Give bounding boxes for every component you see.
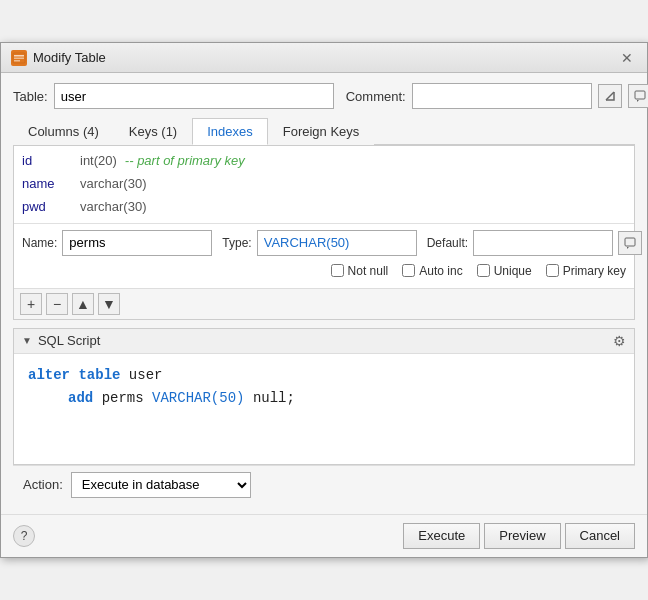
svg-rect-2 bbox=[14, 57, 24, 59]
modify-table-dialog: Modify Table ✕ Table: Comment: bbox=[0, 42, 648, 557]
table-row[interactable]: id int(20) -- part of primary key bbox=[22, 150, 626, 173]
sql-col-name: perms bbox=[102, 387, 144, 411]
sql-table-name: user bbox=[129, 364, 163, 388]
move-down-button[interactable]: ▼ bbox=[98, 293, 120, 315]
sql-col-type: VARCHAR(50) bbox=[152, 387, 244, 411]
svg-rect-3 bbox=[14, 60, 20, 62]
table-row[interactable]: pwd varchar(30) bbox=[22, 196, 626, 219]
collapse-icon[interactable]: ▼ bbox=[22, 335, 32, 346]
tab-keys[interactable]: Keys (1) bbox=[114, 118, 192, 145]
action-row: Action: Execute in database Preview SQL … bbox=[13, 465, 635, 504]
not-null-label: Not null bbox=[348, 264, 389, 278]
gear-icon[interactable]: ⚙ bbox=[613, 333, 626, 349]
column-list: id int(20) -- part of primary key name v… bbox=[14, 146, 634, 222]
tab-indexes[interactable]: Indexes bbox=[192, 118, 268, 145]
footer-right: Execute Preview Cancel bbox=[403, 523, 635, 549]
help-button[interactable]: ? bbox=[13, 525, 35, 547]
close-button[interactable]: ✕ bbox=[617, 48, 637, 68]
unique-group: Unique bbox=[477, 264, 532, 278]
sql-line-1: alter table user bbox=[28, 364, 620, 388]
svg-rect-1 bbox=[14, 55, 24, 57]
type-label: Type: bbox=[222, 236, 251, 250]
remove-column-button[interactable]: − bbox=[46, 293, 68, 315]
field-editor: Name: Type: Default: bbox=[14, 223, 634, 288]
comment-label: Comment: bbox=[346, 89, 406, 104]
unique-label: Unique bbox=[494, 264, 532, 278]
sql-null: null; bbox=[253, 387, 295, 411]
dialog-footer: ? Execute Preview Cancel bbox=[1, 514, 647, 557]
title-bar-left: Modify Table bbox=[11, 50, 106, 66]
primary-key-checkbox[interactable] bbox=[546, 264, 559, 277]
move-up-button[interactable]: ▲ bbox=[72, 293, 94, 315]
execute-button[interactable]: Execute bbox=[403, 523, 480, 549]
name-group: Name: bbox=[22, 230, 212, 256]
sql-body: alter table user add perms VARCHAR(50) n… bbox=[14, 354, 634, 464]
field-editor-row: Name: Type: Default: bbox=[22, 230, 626, 256]
cancel-button[interactable]: Cancel bbox=[565, 523, 635, 549]
sql-section-title: SQL Script bbox=[38, 333, 100, 348]
name-label: Name: bbox=[22, 236, 57, 250]
sql-header-left: ▼ SQL Script bbox=[22, 333, 100, 348]
svg-rect-5 bbox=[635, 91, 645, 99]
tab-columns[interactable]: Columns (4) bbox=[13, 118, 114, 145]
default-expand-button[interactable] bbox=[618, 231, 642, 255]
not-null-group: Not null bbox=[331, 264, 389, 278]
footer-left: ? bbox=[13, 525, 35, 547]
top-row: Table: Comment: bbox=[13, 83, 635, 109]
comment-group: Comment: bbox=[346, 83, 648, 109]
tab-foreign-keys[interactable]: Foreign Keys bbox=[268, 118, 375, 145]
tabs-bar: Columns (4) Keys (1) Indexes Foreign Key… bbox=[13, 117, 635, 145]
sql-kw-add: add bbox=[68, 387, 93, 411]
table-input[interactable] bbox=[54, 83, 334, 109]
field-name-input[interactable] bbox=[62, 230, 212, 256]
sql-header: ▼ SQL Script ⚙ bbox=[14, 329, 634, 354]
not-null-checkbox[interactable] bbox=[331, 264, 344, 277]
sql-kw-table: table bbox=[78, 364, 120, 388]
primary-key-label: Primary key bbox=[563, 264, 626, 278]
app-icon bbox=[11, 50, 27, 66]
default-group: Default: bbox=[427, 230, 642, 256]
dialog-body: Table: Comment: Columns (4) Keys (1) Ind… bbox=[1, 73, 647, 513]
action-select[interactable]: Execute in database Preview SQL only bbox=[71, 472, 251, 498]
sql-kw-alter: alter bbox=[28, 364, 70, 388]
table-label: Table: bbox=[13, 89, 48, 104]
toolbar-row: + − ▲ ▼ bbox=[14, 288, 634, 319]
comment-input[interactable] bbox=[412, 83, 592, 109]
comment-icon-button[interactable] bbox=[628, 84, 648, 108]
primary-key-group: Primary key bbox=[546, 264, 626, 278]
unique-checkbox[interactable] bbox=[477, 264, 490, 277]
action-label: Action: bbox=[23, 477, 63, 492]
window-title: Modify Table bbox=[33, 50, 106, 65]
field-type-input[interactable] bbox=[257, 230, 417, 256]
auto-inc-checkbox[interactable] bbox=[402, 264, 415, 277]
auto-inc-group: Auto inc bbox=[402, 264, 462, 278]
title-bar: Modify Table ✕ bbox=[1, 43, 647, 73]
table-group: Table: bbox=[13, 83, 334, 109]
svg-line-4 bbox=[606, 92, 614, 100]
sql-section: ▼ SQL Script ⚙ alter table user add perm… bbox=[13, 328, 635, 465]
default-label: Default: bbox=[427, 236, 468, 250]
svg-rect-6 bbox=[625, 238, 635, 246]
field-default-input[interactable] bbox=[473, 230, 613, 256]
table-content: id int(20) -- part of primary key name v… bbox=[13, 145, 635, 319]
auto-inc-label: Auto inc bbox=[419, 264, 462, 278]
preview-button[interactable]: Preview bbox=[484, 523, 560, 549]
add-column-button[interactable]: + bbox=[20, 293, 42, 315]
checkboxes-row: Not null Auto inc Unique Primary key bbox=[22, 262, 626, 282]
table-row[interactable]: name varchar(30) bbox=[22, 173, 626, 196]
sql-line-2: add perms VARCHAR(50) null; bbox=[28, 387, 620, 411]
expand-comment-button[interactable] bbox=[598, 84, 622, 108]
type-group: Type: bbox=[222, 230, 416, 256]
